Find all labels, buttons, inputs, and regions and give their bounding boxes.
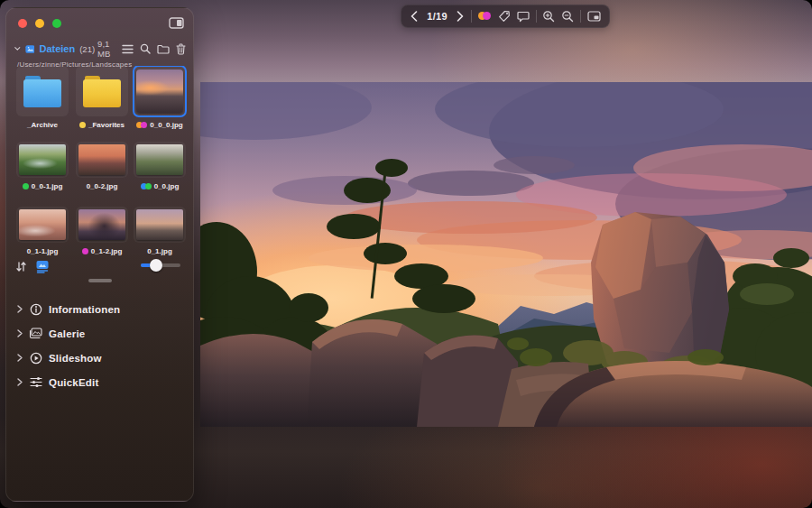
file-cell[interactable]: _Favorites <box>76 66 128 130</box>
file-label: 0_0_0.jpg <box>150 121 182 129</box>
image-thumbnail[interactable] <box>76 207 128 243</box>
image-thumbnail[interactable] <box>134 66 186 116</box>
close-button[interactable] <box>18 19 27 28</box>
previous-image-button[interactable] <box>410 9 419 23</box>
tag-dot <box>82 248 88 254</box>
file-label: 0_0-2.jpg <box>87 182 118 190</box>
sidebar-item-slideshow[interactable]: Slideshow <box>6 346 193 370</box>
slider-knob[interactable] <box>150 259 162 272</box>
folder-thumbnail[interactable] <box>76 66 128 116</box>
file-label: 0_0-1.jpg <box>32 182 63 190</box>
chevron-right-icon[interactable] <box>17 329 23 337</box>
files-count: (21) <box>79 44 95 54</box>
pip-window-icon[interactable] <box>587 9 601 23</box>
traffic-lights <box>18 19 61 28</box>
image-counter: 1/19 <box>425 11 449 22</box>
file-label: _Favorites <box>88 121 125 129</box>
file-cell[interactable]: 0_1.jpg <box>134 207 186 255</box>
tag-dot <box>141 122 147 128</box>
gallery-icon <box>29 328 42 339</box>
file-label: 0_1-1.jpg <box>27 247 59 255</box>
file-cell[interactable]: 0_1-2.jpg <box>76 207 128 255</box>
toolbar-divider <box>471 10 472 23</box>
files-controls <box>15 257 184 275</box>
image-thumbnail[interactable] <box>76 142 128 178</box>
folder-thumbnail[interactable] <box>16 66 69 116</box>
files-app-icon <box>25 43 35 55</box>
sidebar-item-informationen[interactable]: Informationen <box>6 297 193 321</box>
minimize-button[interactable] <box>35 19 44 28</box>
landscape-photo <box>200 82 812 427</box>
section-label: QuickEdit <box>49 377 98 388</box>
comment-icon[interactable] <box>517 9 530 23</box>
photo-canvas[interactable] <box>200 82 812 427</box>
zoom-button[interactable] <box>52 19 61 28</box>
zoom-in-icon[interactable] <box>542 9 555 23</box>
section-label: Informationen <box>49 304 120 315</box>
color-tags-icon[interactable] <box>478 9 492 23</box>
sidebar-panel: Dateien (21) 9,1 MB /Users/zinne/Picture… <box>5 7 194 502</box>
sidebar-sections: Informationen Galerie Slideshow QuickEdi… <box>6 297 193 394</box>
file-cell[interactable]: 0_0-2.jpg <box>76 142 128 191</box>
thumbnail-size-slider[interactable] <box>141 263 180 267</box>
thumbnail-view-icon[interactable] <box>35 260 50 273</box>
trash-icon[interactable] <box>176 43 186 55</box>
file-label: 0_1.jpg <box>147 247 172 255</box>
sidebar-toggle-icon[interactable] <box>168 16 184 30</box>
image-thumbnail[interactable] <box>134 207 186 243</box>
file-cell-selected[interactable]: 0_0_0.jpg <box>134 66 186 130</box>
tag-dot <box>145 183 152 189</box>
toolbar-divider <box>536 10 537 23</box>
files-title[interactable]: Dateien <box>39 43 75 54</box>
list-icon[interactable] <box>122 44 134 54</box>
floating-toolbar: 1/19 <box>401 5 610 28</box>
chevron-right-icon[interactable] <box>17 354 23 362</box>
sort-icon[interactable] <box>15 261 27 272</box>
files-header: Dateien (21) 9,1 MB <box>14 42 186 56</box>
image-thumbnail[interactable] <box>134 142 186 178</box>
chevron-right-icon[interactable] <box>17 305 23 313</box>
slideshow-icon <box>29 352 42 365</box>
file-grid: _Archive _Favorites 0_0_0.jpg <box>15 66 189 255</box>
file-cell[interactable]: 0_1-1.jpg <box>16 207 69 255</box>
image-thumbnail[interactable] <box>16 142 69 178</box>
tag-dot <box>79 122 86 128</box>
panel-resize-handle[interactable] <box>88 279 112 282</box>
file-label: 0_1-2.jpg <box>91 247 123 255</box>
file-label: _Archive <box>27 121 58 129</box>
section-label: Galerie <box>49 328 85 339</box>
files-size: 9,1 MB <box>97 39 117 59</box>
image-thumbnail[interactable] <box>16 207 69 243</box>
magenta-tag-dot <box>483 12 491 20</box>
zoom-out-icon[interactable] <box>561 9 574 23</box>
folder-icon[interactable] <box>157 44 170 54</box>
tag-dot <box>23 183 29 189</box>
file-cell[interactable]: _Archive <box>16 66 69 130</box>
tag-icon[interactable] <box>498 9 511 23</box>
toolbar-divider <box>580 10 581 23</box>
section-label: Slideshow <box>49 353 102 364</box>
next-image-button[interactable] <box>456 9 465 23</box>
file-label: 0_0.jpg <box>154 182 180 190</box>
app-window: 1/19 <box>0 0 812 508</box>
quickedit-icon <box>29 376 42 388</box>
sidebar-item-galerie[interactable]: Galerie <box>6 321 193 346</box>
search-icon[interactable] <box>140 43 151 54</box>
file-cell[interactable]: 0_0.jpg <box>134 142 186 191</box>
chevron-down-icon[interactable] <box>14 46 21 51</box>
info-icon <box>29 303 42 316</box>
file-cell[interactable]: 0_0-1.jpg <box>16 142 69 191</box>
chevron-right-icon[interactable] <box>17 378 23 386</box>
sidebar-item-quickedit[interactable]: QuickEdit <box>6 370 193 394</box>
